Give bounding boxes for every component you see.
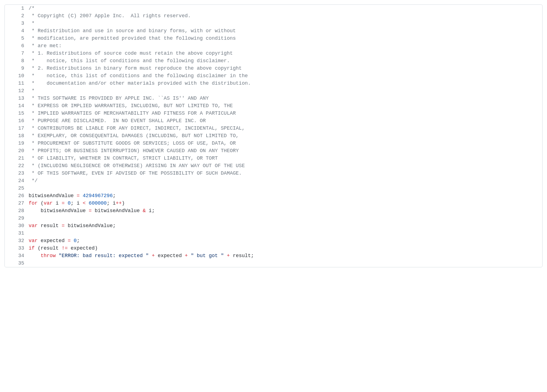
line-number[interactable]: 29 xyxy=(5,215,29,222)
line-number[interactable]: 31 xyxy=(5,230,29,237)
code-line[interactable]: 8 * notice, this list of conditions and … xyxy=(5,57,542,65)
code-line[interactable]: 31 xyxy=(5,230,542,237)
code-line[interactable]: 11 * documentation and/or other material… xyxy=(5,80,542,87)
code-line[interactable]: 30var result = bitwiseAndValue; xyxy=(5,222,542,230)
code-line[interactable]: 15 * IMPLIED WARRANTIES OF MERCHANTABILI… xyxy=(5,110,542,117)
code-line[interactable]: 4 * Redistribution and use in source and… xyxy=(5,27,542,35)
line-number[interactable]: 10 xyxy=(5,72,29,80)
code-line[interactable]: 6 * are met: xyxy=(5,42,542,50)
line-number[interactable]: 5 xyxy=(5,35,29,42)
line-content[interactable]: * documentation and/or other materials p… xyxy=(29,80,542,87)
line-content[interactable]: bitwiseAndValue = 4294967296; xyxy=(29,192,542,200)
line-content[interactable]: * THIS SOFTWARE IS PROVIDED BY APPLE INC… xyxy=(29,95,542,102)
line-content[interactable]: * modification, are permitted provided t… xyxy=(29,35,542,42)
line-number[interactable]: 1 xyxy=(5,5,29,12)
line-number[interactable]: 25 xyxy=(5,185,29,192)
line-number[interactable]: 9 xyxy=(5,65,29,72)
line-number[interactable]: 28 xyxy=(5,207,29,215)
code-line[interactable]: 2 * Copyright (C) 2007 Apple Inc. All ri… xyxy=(5,12,542,20)
line-content[interactable]: * are met: xyxy=(29,42,542,50)
code-line[interactable]: 29 xyxy=(5,215,542,222)
code-line[interactable]: 3 * xyxy=(5,20,542,27)
line-content[interactable] xyxy=(29,230,542,237)
code-line[interactable]: 19 * PROCUREMENT OF SUBSTITUTE GOODS OR … xyxy=(5,140,542,147)
line-content[interactable] xyxy=(29,260,542,267)
line-content[interactable] xyxy=(29,185,542,192)
line-content[interactable]: var expected = 0; xyxy=(29,237,542,245)
line-content[interactable]: * Redistribution and use in source and b… xyxy=(29,27,542,35)
line-content[interactable]: * OF LIABILITY, WHETHER IN CONTRACT, STR… xyxy=(29,155,542,162)
line-number[interactable]: 27 xyxy=(5,200,29,207)
code-line[interactable]: 32var expected = 0; xyxy=(5,237,542,245)
line-number[interactable]: 3 xyxy=(5,20,29,27)
code-line[interactable]: 35 xyxy=(5,260,542,267)
line-number[interactable]: 8 xyxy=(5,57,29,65)
code-line[interactable]: 33if (result != expected) xyxy=(5,245,542,252)
line-number[interactable]: 33 xyxy=(5,245,29,252)
code-line[interactable]: 22 * (INCLUDING NEGLIGENCE OR OTHERWISE)… xyxy=(5,162,542,170)
code-line[interactable]: 34 throw "ERROR: bad result: expected " … xyxy=(5,252,542,260)
line-content[interactable]: for (var i = 0; i < 600000; i++) xyxy=(29,200,542,207)
code-line[interactable]: 26bitwiseAndValue = 4294967296; xyxy=(5,192,542,200)
line-content[interactable]: * xyxy=(29,87,542,95)
line-number[interactable]: 32 xyxy=(5,237,29,245)
line-content[interactable]: */ xyxy=(29,177,542,185)
code-line[interactable]: 10 * notice, this list of conditions and… xyxy=(5,72,542,80)
line-content[interactable]: * EXEMPLARY, OR CONSEQUENTIAL DAMAGES (I… xyxy=(29,132,542,140)
line-content[interactable]: * xyxy=(29,20,542,27)
code-line[interactable]: 23 * OF THIS SOFTWARE, EVEN IF ADVISED O… xyxy=(5,170,542,177)
line-content[interactable]: var result = bitwiseAndValue; xyxy=(29,222,542,230)
line-number[interactable]: 19 xyxy=(5,140,29,147)
line-number[interactable]: 14 xyxy=(5,102,29,110)
code-line[interactable]: 17 * CONTRIBUTORS BE LIABLE FOR ANY DIRE… xyxy=(5,125,542,132)
line-content[interactable]: bitwiseAndValue = bitwiseAndValue & i; xyxy=(29,207,542,215)
line-content[interactable]: * PURPOSE ARE DISCLAIMED. IN NO EVENT SH… xyxy=(29,117,542,125)
line-number[interactable]: 15 xyxy=(5,110,29,117)
line-content[interactable]: /* xyxy=(29,5,542,12)
line-number[interactable]: 30 xyxy=(5,222,29,230)
line-number[interactable]: 20 xyxy=(5,147,29,155)
line-number[interactable]: 4 xyxy=(5,27,29,35)
line-number[interactable]: 16 xyxy=(5,117,29,125)
line-content[interactable]: * OF THIS SOFTWARE, EVEN IF ADVISED OF T… xyxy=(29,170,542,177)
line-content[interactable]: * 1. Redistributions of source code must… xyxy=(29,50,542,57)
line-number[interactable]: 17 xyxy=(5,125,29,132)
code-line[interactable]: 9 * 2. Redistributions in binary form mu… xyxy=(5,65,542,72)
code-line[interactable]: 25 xyxy=(5,185,542,192)
line-content[interactable]: * notice, this list of conditions and th… xyxy=(29,72,542,80)
line-content[interactable]: * notice, this list of conditions and th… xyxy=(29,57,542,65)
code-line[interactable]: 16 * PURPOSE ARE DISCLAIMED. IN NO EVENT… xyxy=(5,117,542,125)
line-content[interactable]: * Copyright (C) 2007 Apple Inc. All righ… xyxy=(29,12,542,20)
code-line[interactable]: 21 * OF LIABILITY, WHETHER IN CONTRACT, … xyxy=(5,155,542,162)
code-line[interactable]: 12 * xyxy=(5,87,542,95)
code-line[interactable]: 13 * THIS SOFTWARE IS PROVIDED BY APPLE … xyxy=(5,95,542,102)
line-content[interactable]: * CONTRIBUTORS BE LIABLE FOR ANY DIRECT,… xyxy=(29,125,542,132)
line-number[interactable]: 35 xyxy=(5,260,29,267)
line-number[interactable]: 23 xyxy=(5,170,29,177)
line-number[interactable]: 2 xyxy=(5,12,29,20)
code-line[interactable]: 28 bitwiseAndValue = bitwiseAndValue & i… xyxy=(5,207,542,215)
line-number[interactable]: 24 xyxy=(5,177,29,185)
code-line[interactable]: 7 * 1. Redistributions of source code mu… xyxy=(5,50,542,57)
code-line[interactable]: 27for (var i = 0; i < 600000; i++) xyxy=(5,200,542,207)
line-number[interactable]: 18 xyxy=(5,132,29,140)
line-number[interactable]: 11 xyxy=(5,80,29,87)
line-content[interactable]: throw "ERROR: bad result: expected " + e… xyxy=(29,252,542,260)
line-number[interactable]: 13 xyxy=(5,95,29,102)
line-number[interactable]: 26 xyxy=(5,192,29,200)
line-content[interactable]: * PROCUREMENT OF SUBSTITUTE GOODS OR SER… xyxy=(29,140,542,147)
line-content[interactable]: * (INCLUDING NEGLIGENCE OR OTHERWISE) AR… xyxy=(29,162,542,170)
code-line[interactable]: 5 * modification, are permitted provided… xyxy=(5,35,542,42)
line-content[interactable]: * EXPRESS OR IMPLIED WARRANTIES, INCLUDI… xyxy=(29,102,542,110)
code-line[interactable]: 18 * EXEMPLARY, OR CONSEQUENTIAL DAMAGES… xyxy=(5,132,542,140)
code-line[interactable]: 20 * PROFITS; OR BUSINESS INTERRUPTION) … xyxy=(5,147,542,155)
line-number[interactable]: 22 xyxy=(5,162,29,170)
code-line[interactable]: 14 * EXPRESS OR IMPLIED WARRANTIES, INCL… xyxy=(5,102,542,110)
line-content[interactable]: if (result != expected) xyxy=(29,245,542,252)
code-line[interactable]: 1/* xyxy=(5,5,542,12)
line-number[interactable]: 21 xyxy=(5,155,29,162)
line-content[interactable] xyxy=(29,215,542,222)
line-number[interactable]: 6 xyxy=(5,42,29,50)
line-number[interactable]: 12 xyxy=(5,87,29,95)
line-content[interactable]: * PROFITS; OR BUSINESS INTERRUPTION) HOW… xyxy=(29,147,542,155)
